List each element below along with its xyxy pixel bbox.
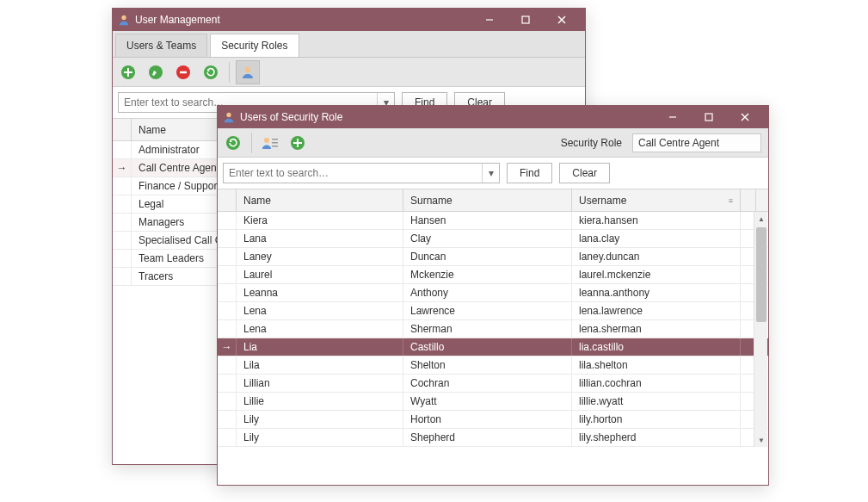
cell-surname: Castillo <box>403 338 572 356</box>
tab-users-teams[interactable]: Users & Teams <box>115 34 207 57</box>
titlebar[interactable]: Users of Security Role <box>218 106 768 128</box>
window-title: User Management <box>135 14 471 26</box>
add-user-button[interactable] <box>286 131 310 155</box>
find-button[interactable]: Find <box>507 163 552 183</box>
cell-surname: Duncan <box>403 248 572 265</box>
refresh-button[interactable] <box>199 60 223 84</box>
edit-button[interactable] <box>144 60 168 84</box>
delete-button[interactable] <box>171 60 195 84</box>
svg-point-11 <box>204 65 218 79</box>
table-row[interactable]: LilyShepherdlily.shepherd <box>218 429 768 447</box>
svg-rect-22 <box>272 146 278 147</box>
cell-name: Kiera <box>237 212 403 229</box>
search-input[interactable] <box>224 164 482 183</box>
clear-button[interactable]: Clear <box>559 163 610 183</box>
row-indicator <box>113 250 132 267</box>
col-name[interactable]: Name <box>237 189 403 211</box>
cell-surname: Cochran <box>403 375 572 392</box>
cell-username: lena.sherman <box>572 320 741 338</box>
scroll-up-button[interactable]: ▲ <box>754 212 768 226</box>
cell-name: Lillie <box>237 393 403 410</box>
close-button[interactable] <box>544 9 580 31</box>
col-surname[interactable]: Surname <box>403 189 572 211</box>
svg-point-12 <box>245 66 250 71</box>
svg-point-0 <box>121 15 126 20</box>
vertical-scrollbar[interactable]: ▲ ▼ <box>754 212 767 447</box>
svg-rect-20 <box>272 139 278 140</box>
cell-name: Lillian <box>237 375 403 392</box>
scroll-down-button[interactable]: ▼ <box>754 433 768 447</box>
svg-point-19 <box>264 138 269 143</box>
table-row[interactable]: LenaLawrencelena.lawrence <box>218 302 768 320</box>
cell-username: leanna.anthony <box>572 284 741 301</box>
row-indicator <box>218 284 237 301</box>
row-indicator <box>218 429 237 446</box>
row-indicator <box>218 302 237 319</box>
table-row[interactable]: LillianCochranlillian.cochran <box>218 375 768 393</box>
table-row[interactable]: LilaSheltonlila.shelton <box>218 356 768 375</box>
search-combo[interactable]: ▾ <box>223 163 500 183</box>
cell-username: lila.shelton <box>572 356 741 374</box>
table-row[interactable]: KieraHansenkiera.hansen <box>218 212 768 230</box>
users-grid: Name Surname Username≡ KieraHansenkiera.… <box>218 189 768 447</box>
tab-security-roles[interactable]: Security Roles <box>210 34 299 57</box>
cell-surname: Clay <box>403 230 572 247</box>
window-users-of-role: Users of Security Role Security Role Cal… <box>217 105 769 486</box>
grid-header: Name Surname Username≡ <box>218 189 768 212</box>
maximize-button[interactable] <box>691 106 727 128</box>
table-row[interactable]: LilyHortonlily.horton <box>218 411 768 429</box>
row-indicator <box>113 177 132 195</box>
search-bar: ▾ Find Clear <box>218 158 768 189</box>
user-icon <box>118 14 130 26</box>
cell-surname: Horton <box>403 411 572 428</box>
scroll-thumb[interactable] <box>756 227 766 322</box>
maximize-button[interactable] <box>508 9 544 31</box>
row-indicator <box>218 266 237 283</box>
row-indicator: → <box>218 338 237 356</box>
row-indicator <box>113 268 132 285</box>
titlebar[interactable]: User Management <box>113 9 585 31</box>
window-title: Users of Security Role <box>240 111 655 123</box>
cell-username: lillie.wyatt <box>572 393 741 410</box>
cell-name: Lana <box>237 230 403 247</box>
col-username[interactable]: Username≡ <box>572 189 741 211</box>
table-row[interactable]: LaurelMckenzielaurel.mckenzie <box>218 266 768 284</box>
row-indicator-header <box>113 119 132 140</box>
minimize-button[interactable] <box>471 9 508 31</box>
role-field[interactable]: Call Centre Agent <box>632 133 761 152</box>
sort-asc-icon: ≡ <box>729 196 733 205</box>
search-dropdown-button[interactable]: ▾ <box>482 164 499 183</box>
users-of-role-button[interactable] <box>236 60 260 84</box>
cell-surname: Shelton <box>403 356 572 374</box>
toolbar-separator <box>229 62 230 83</box>
add-button[interactable] <box>116 60 140 84</box>
user-list-button[interactable] <box>258 131 282 155</box>
role-label: Security Role <box>313 137 629 149</box>
cell-name: Lily <box>237 429 403 446</box>
cell-surname: Sherman <box>403 320 572 338</box>
cell-surname: Mckenzie <box>403 266 572 283</box>
table-row[interactable]: LenaShermanlena.sherman <box>218 320 768 338</box>
minimize-button[interactable] <box>655 106 691 128</box>
row-indicator <box>218 356 237 374</box>
row-indicator <box>113 195 132 213</box>
refresh-button[interactable] <box>221 131 245 155</box>
cell-name: Lia <box>237 338 403 356</box>
table-row[interactable]: LanaClaylana.clay <box>218 230 768 248</box>
cell-username: laney.duncan <box>572 248 741 265</box>
cell-name: Lena <box>237 320 403 338</box>
col-spacer <box>741 189 756 211</box>
row-indicator <box>218 375 237 392</box>
table-row[interactable]: LillieWyattlillie.wyatt <box>218 393 768 411</box>
toolbar-separator <box>251 133 252 153</box>
row-indicator: → <box>113 159 132 177</box>
table-row[interactable]: LaneyDuncanlaney.duncan <box>218 248 768 266</box>
cell-username: kiera.hansen <box>572 212 741 229</box>
svg-point-13 <box>226 113 231 117</box>
close-button[interactable] <box>727 106 763 128</box>
table-row[interactable]: →LiaCastillolia.castillo <box>218 338 768 356</box>
cell-name: Laney <box>237 248 403 265</box>
table-row[interactable]: LeannaAnthonyleanna.anthony <box>218 284 768 302</box>
tabs: Users & Teams Security Roles <box>113 31 585 58</box>
cell-username: lana.clay <box>572 230 741 247</box>
